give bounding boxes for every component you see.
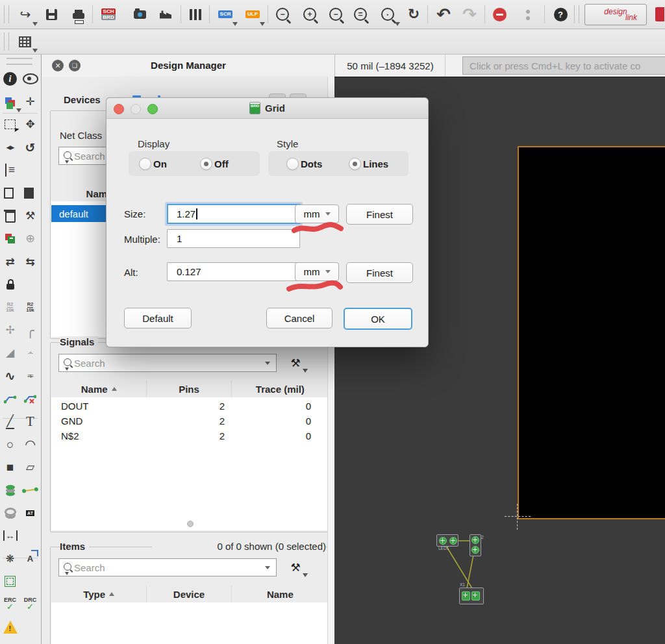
tool-mirror[interactable]: ◀▶	[1, 138, 20, 157]
tool-miter-round[interactable]: ╭	[21, 321, 40, 340]
tool-align[interactable]: ≡	[1, 160, 20, 180]
column-header-pins[interactable]: Pins	[147, 380, 231, 397]
tool-value[interactable]: R210k	[21, 297, 40, 317]
tool-drc[interactable]: DRC✓	[21, 595, 40, 614]
command-input[interactable]: Click or press Cmd+L key to activate co	[462, 56, 665, 75]
alt-input[interactable]: 0.127	[167, 262, 300, 281]
pad[interactable]	[449, 537, 457, 545]
close-window-button[interactable]	[114, 104, 124, 114]
tool-rotate[interactable]: ↺	[21, 138, 40, 157]
tool-rect[interactable]: ■	[1, 458, 20, 477]
pad[interactable]	[462, 591, 470, 601]
library-button[interactable]	[184, 3, 207, 25]
open-export-button[interactable]: ↪	[14, 3, 36, 25]
save-button[interactable]	[40, 3, 62, 25]
items-settings-button[interactable]: ⚒	[287, 559, 304, 576]
tool-wire[interactable]	[21, 480, 40, 500]
redraw-button[interactable]: ↻	[403, 3, 425, 25]
tool-name[interactable]: R210k	[1, 297, 20, 317]
radio-style-dots[interactable]	[286, 158, 299, 170]
tool-circle[interactable]: ○	[1, 435, 20, 454]
tool-show[interactable]	[21, 69, 40, 89]
zoom-out-button[interactable]: −	[271, 3, 294, 25]
tool-hole[interactable]	[1, 503, 20, 523]
ulp-button[interactable]: ULP	[242, 3, 264, 25]
radio-style-lines[interactable]	[349, 158, 361, 170]
tool-split[interactable]: -+-	[21, 343, 40, 363]
pad[interactable]	[471, 591, 480, 601]
tool-invoke[interactable]: ⊕	[21, 229, 40, 249]
tool-ripup[interactable]	[21, 389, 40, 408]
column-header-name[interactable]: Name	[232, 586, 329, 602]
tool-move[interactable]: ✥	[21, 115, 40, 134]
tool-polygon[interactable]: ▱	[21, 458, 40, 477]
table-row[interactable]: DOUT 2 0	[51, 399, 329, 414]
pad[interactable]	[471, 536, 479, 544]
tool-footprint[interactable]	[1, 572, 20, 591]
undo-button[interactable]: ↶	[433, 3, 455, 25]
tool-lock[interactable]	[1, 275, 20, 294]
tool-ratsnest-lines[interactable]: ≡\≡	[21, 366, 40, 386]
sidebar-grip[interactable]	[6, 58, 32, 65]
column-header-trace[interactable]: Trace (mil)	[232, 380, 329, 397]
tool-erc[interactable]: ERC✓	[1, 595, 20, 614]
size-finest-button[interactable]: Finest	[346, 204, 413, 225]
minimize-window-button[interactable]	[131, 104, 141, 114]
tool-via[interactable]	[1, 480, 20, 500]
tool-copy[interactable]	[1, 184, 20, 203]
tool-pinswap[interactable]: ⇄	[1, 252, 20, 271]
traffic-light-button[interactable]	[517, 3, 539, 25]
help-button[interactable]: ?	[549, 3, 571, 25]
stop-button[interactable]	[488, 3, 510, 25]
table-row[interactable]: GND 2 0	[51, 414, 329, 428]
default-button[interactable]: Default	[124, 308, 192, 328]
tool-dimension[interactable]: ↔	[1, 526, 20, 545]
pad[interactable]	[471, 546, 479, 554]
tool-text[interactable]: T	[21, 412, 40, 431]
items-search[interactable]: Search	[58, 558, 277, 576]
tool-mark[interactable]: ✛	[21, 92, 40, 112]
zoom-in-button[interactable]: +	[299, 3, 321, 25]
multiple-input[interactable]: 1	[167, 229, 300, 248]
tool-errors[interactable]: !	[1, 617, 20, 637]
splitter-handle[interactable]	[187, 521, 194, 527]
tool-ratsnest[interactable]: ❋	[1, 549, 20, 569]
table-row[interactable]: N$2 2 0	[51, 428, 329, 443]
tool-miter-flat[interactable]: ◢	[1, 343, 20, 363]
zoom-window-button[interactable]	[147, 104, 158, 114]
column-header-type[interactable]: Type	[51, 586, 147, 602]
tool-info[interactable]: i	[1, 69, 20, 89]
schematic-board-switch-button[interactable]: SCH BRD	[97, 3, 119, 25]
cam-processor-button[interactable]	[155, 3, 177, 25]
image-export-button[interactable]	[129, 3, 151, 25]
zoom-select-button[interactable]: ▪	[377, 3, 399, 25]
script-button[interactable]: SCR	[214, 3, 236, 25]
signals-search[interactable]: Search	[58, 354, 277, 372]
tool-add-part[interactable]	[1, 229, 20, 249]
size-input[interactable]: 1.27	[167, 204, 301, 224]
toolbar-partial-icon[interactable]	[655, 3, 665, 25]
tool-gateswap[interactable]: ⇆	[21, 252, 40, 271]
zoom-redraw-button[interactable]: =	[349, 3, 371, 25]
tool-autoroute[interactable]: A	[21, 549, 40, 569]
print-button[interactable]	[68, 3, 90, 25]
tool-line[interactable]: ╱	[1, 412, 20, 431]
tool-layer-settings[interactable]	[1, 92, 20, 112]
redo-button[interactable]: ↷	[458, 3, 481, 25]
tool-delete[interactable]	[1, 206, 20, 226]
grid-settings-button[interactable]	[14, 33, 35, 50]
column-header-name[interactable]: Name	[51, 380, 147, 397]
ok-button[interactable]: OK	[344, 308, 412, 330]
tool-route[interactable]	[1, 389, 20, 408]
column-header-device[interactable]: Device	[147, 586, 231, 602]
tool-meander[interactable]: ∿	[1, 366, 20, 386]
tool-smash[interactable]: ✢	[1, 321, 20, 340]
tool-group[interactable]	[1, 115, 20, 134]
alt-finest-button[interactable]: Finest	[346, 262, 413, 283]
design-link-button[interactable]: design link	[584, 4, 647, 25]
pad[interactable]	[439, 537, 447, 545]
zoom-fit-button[interactable]: −	[325, 3, 347, 25]
tool-arc[interactable]: ◠	[21, 435, 40, 454]
tab-devices[interactable]: Devices	[64, 94, 101, 105]
radio-display-on[interactable]	[139, 158, 151, 170]
